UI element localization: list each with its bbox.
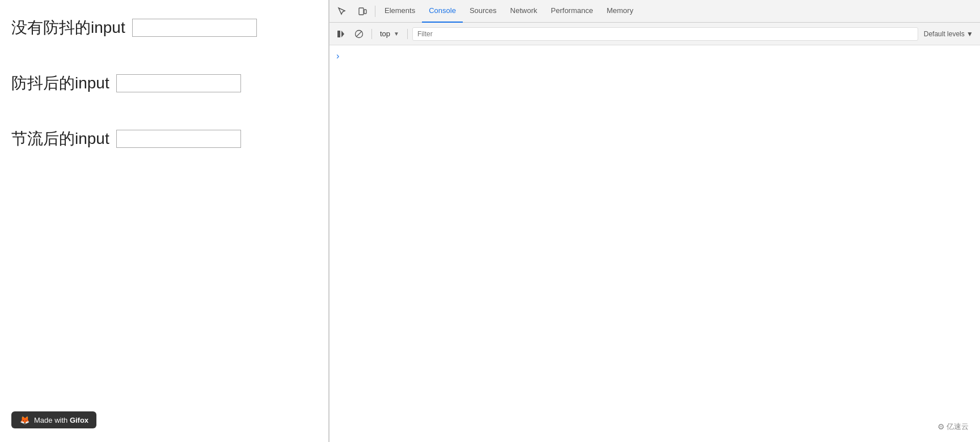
console-prompt-chevron[interactable]: › xyxy=(332,50,978,62)
console-context-selector[interactable]: top ▼ xyxy=(377,28,403,39)
tab-separator xyxy=(375,6,375,17)
device-toolbar-button[interactable] xyxy=(352,1,373,22)
yisu-text: 亿速云 xyxy=(947,422,969,432)
preserve-log-button[interactable] xyxy=(333,26,349,42)
devtools-tab-bar: ElementsConsoleSourcesNetworkPerformance… xyxy=(330,0,980,23)
gifox-badge: 🦊 Made with Gifox xyxy=(11,411,96,428)
tab-network[interactable]: Network xyxy=(504,0,544,23)
input-row-debounce: 防抖后的input xyxy=(11,73,317,94)
input-no-debounce[interactable] xyxy=(132,19,257,37)
input-row-no-debounce: 没有防抖的input xyxy=(11,17,317,39)
yisu-icon: ⚙ xyxy=(937,422,945,431)
label-no-debounce: 没有防抖的input xyxy=(11,17,125,39)
tab-console[interactable]: Console xyxy=(422,0,463,23)
context-dropdown-arrow: ▼ xyxy=(394,31,399,37)
console-separator-1 xyxy=(371,29,372,39)
tab-elements[interactable]: Elements xyxy=(378,0,422,23)
console-context-label: top xyxy=(380,29,390,38)
label-throttle: 节流后的input xyxy=(11,128,109,150)
input-throttle[interactable] xyxy=(116,130,241,148)
gifox-text: Made with Gifox xyxy=(34,416,88,424)
svg-rect-1 xyxy=(364,10,366,14)
inspect-element-button[interactable] xyxy=(332,1,352,22)
default-levels-arrow: ▼ xyxy=(966,30,973,38)
console-filter-input[interactable] xyxy=(412,27,918,41)
clear-console-button[interactable] xyxy=(351,26,367,42)
devtools-panel: ElementsConsoleSourcesNetworkPerformance… xyxy=(329,0,980,442)
tab-memory[interactable]: Memory xyxy=(600,0,640,23)
input-debounce[interactable] xyxy=(116,74,241,92)
default-levels-button[interactable]: Default levels ▼ xyxy=(920,29,977,39)
svg-line-5 xyxy=(356,31,362,37)
console-content: › xyxy=(330,45,980,442)
console-toolbar: top ▼ Default levels ▼ xyxy=(330,23,980,45)
svg-marker-3 xyxy=(341,31,344,37)
label-debounce: 防抖后的input xyxy=(11,73,109,94)
gifox-icon: 🦊 xyxy=(19,415,29,425)
svg-rect-2 xyxy=(337,31,340,37)
webpage-content: 没有防抖的input防抖后的input节流后的input 🦊 Made with… xyxy=(0,0,329,442)
svg-rect-0 xyxy=(359,8,364,15)
tab-performance[interactable]: Performance xyxy=(544,0,599,23)
tab-sources[interactable]: Sources xyxy=(463,0,504,23)
yisu-watermark: ⚙ 亿速云 xyxy=(937,422,969,432)
input-row-throttle: 节流后的input xyxy=(11,128,317,150)
console-separator-2 xyxy=(407,29,408,39)
